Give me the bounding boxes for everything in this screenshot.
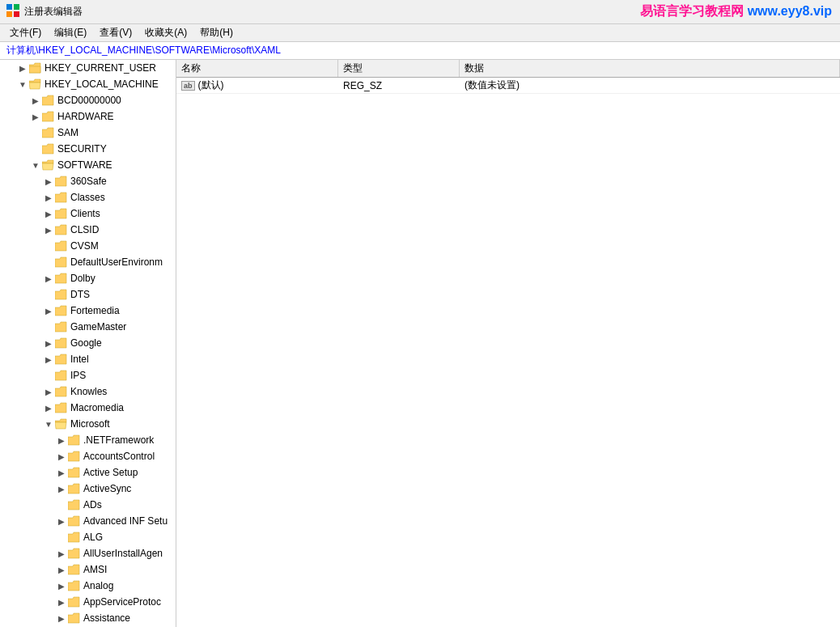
toggle-360safe[interactable]: ▶ — [42, 175, 55, 188]
registry-tree[interactable]: ▶ HKEY_CURRENT_USER ▼ HKEY_LOCAL_MACHINE — [0, 60, 176, 627]
label-alg: ALG — [83, 532, 103, 543]
folder-icon-analog — [68, 580, 81, 591]
label-advancedinf: Advanced INF Setu — [83, 515, 168, 527]
tree-item-hardware[interactable]: ▶ HARDWARE — [0, 108, 176, 125]
menu-edit[interactable]: 编辑(E) — [48, 24, 93, 41]
toggle-fortemedia[interactable]: ▶ — [42, 304, 55, 317]
tree-item-activesync[interactable]: ▶ ActiveSync — [0, 481, 176, 497]
folder-icon-bcd — [42, 95, 55, 106]
tree-item-ips[interactable]: ▶ IPS — [0, 367, 176, 383]
tree-item-bcd[interactable]: ▶ BCD00000000 — [0, 92, 176, 108]
tree-item-gamemaster[interactable]: ▶ GameMaster — [0, 319, 176, 335]
tree-item-cvsm[interactable]: ▶ CVSM — [0, 238, 176, 254]
toggle-netframework[interactable]: ▶ — [55, 434, 68, 447]
col-header-data: 数据 — [460, 60, 840, 77]
menu-favorites[interactable]: 收藏夹(A) — [138, 24, 193, 41]
toggle-software[interactable]: ▼ — [29, 159, 42, 172]
folder-icon-accountscontrol — [68, 451, 81, 462]
menu-file[interactable]: 文件(F) — [3, 24, 48, 41]
folder-icon-clsid — [55, 224, 68, 235]
toggle-appserviceprotoc[interactable]: ▶ — [55, 595, 68, 608]
tree-item-hkcu[interactable]: ▶ HKEY_CURRENT_USER — [0, 60, 176, 76]
label-intel: Intel — [70, 354, 89, 365]
menu-view[interactable]: 查看(V) — [93, 24, 138, 41]
folder-icon-advancedinf — [68, 515, 81, 527]
tree-item-activesetup[interactable]: ▶ Active Setup — [0, 464, 176, 481]
toggle-google[interactable]: ▶ — [42, 337, 55, 350]
tree-item-360safe[interactable]: ▶ 360Safe — [0, 173, 176, 189]
toggle-hkcu[interactable]: ▶ — [16, 61, 29, 74]
tree-item-advancedinf[interactable]: ▶ Advanced INF Setu — [0, 513, 176, 529]
label-dts: DTS — [70, 289, 90, 300]
menu-bar: 文件(F) 编辑(E) 查看(V) 收藏夹(A) 帮助(H) — [0, 24, 840, 42]
label-analog: Analog — [83, 580, 113, 591]
toggle-classes[interactable]: ▶ — [42, 191, 55, 204]
cell-type: REG_SZ — [338, 80, 460, 91]
folder-icon-netframework — [68, 434, 81, 446]
tree-item-netframework[interactable]: ▶ .NETFramework — [0, 432, 176, 448]
toggle-assistance[interactable]: ▶ — [55, 612, 68, 625]
tree-item-intel[interactable]: ▶ Intel — [0, 351, 176, 367]
toggle-clients[interactable]: ▶ — [42, 207, 55, 220]
label-macromedia: Macromedia — [70, 402, 124, 413]
tree-item-analog[interactable]: ▶ Analog — [0, 578, 176, 594]
toggle-dolby[interactable]: ▶ — [42, 272, 55, 285]
tree-item-microsoft[interactable]: ▼ Microsoft — [0, 416, 176, 432]
tree-item-dts[interactable]: ▶ DTS — [0, 286, 176, 303]
tree-item-clsid[interactable]: ▶ CLSID — [0, 222, 176, 238]
tree-item-appserviceprotoc[interactable]: ▶ AppServiceProtoc — [0, 594, 176, 610]
toggle-activesync[interactable]: ▶ — [55, 482, 68, 495]
toggle-clsid[interactable]: ▶ — [42, 223, 55, 236]
label-netframework: .NETFramework — [83, 434, 154, 446]
folder-icon-microsoft — [55, 418, 68, 430]
tree-item-fortemedia[interactable]: ▶ Fortemedia — [0, 303, 176, 319]
label-knowles: Knowles — [70, 386, 107, 397]
toggle-knowles[interactable]: ▶ — [42, 385, 55, 398]
toggle-amsi[interactable]: ▶ — [55, 563, 68, 576]
folder-icon-ads — [68, 499, 81, 510]
toggle-analog[interactable]: ▶ — [55, 579, 68, 592]
tree-item-ads[interactable]: ▶ ADs — [0, 497, 176, 513]
tree-item-clients[interactable]: ▶ Clients — [0, 205, 176, 222]
label-hardware: HARDWARE — [57, 111, 114, 122]
title-bar: 注册表编辑器 易语言学习教程网 www.eyy8.vip — [0, 0, 840, 24]
toggle-bcd[interactable]: ▶ — [29, 94, 42, 107]
label-bcd: BCD00000000 — [57, 95, 121, 106]
cell-name: ab (默认) — [176, 78, 338, 92]
folder-icon-alluserinstallagent — [68, 548, 81, 559]
tree-item-security[interactable]: ▶ SECURITY — [0, 141, 176, 157]
tree-item-sam[interactable]: ▶ SAM — [0, 125, 176, 141]
folder-icon-ips — [55, 370, 68, 381]
tree-item-defaultuserenv[interactable]: ▶ DefaultUserEnvironm — [0, 254, 176, 270]
toggle-alluserinstallagent[interactable]: ▶ — [55, 547, 68, 560]
tree-item-google[interactable]: ▶ Google — [0, 335, 176, 351]
folder-icon-software — [42, 159, 55, 171]
toggle-advancedinf[interactable]: ▶ — [55, 515, 68, 527]
app-title: 注册表编辑器 — [24, 5, 83, 19]
menu-help[interactable]: 帮助(H) — [193, 24, 240, 41]
label-assistance: Assistance — [83, 612, 130, 624]
svg-rect-2 — [6, 11, 12, 17]
tree-item-accountscontrol[interactable]: ▶ AccountsControl — [0, 448, 176, 464]
tree-item-alluserinstallagent[interactable]: ▶ AllUserInstallAgen — [0, 545, 176, 561]
toggle-hklm[interactable]: ▼ — [16, 78, 29, 91]
tree-item-knowles[interactable]: ▶ Knowles — [0, 383, 176, 400]
value-name: (默认) — [198, 78, 224, 92]
toggle-accountscontrol[interactable]: ▶ — [55, 450, 68, 463]
tree-item-dolby[interactable]: ▶ Dolby — [0, 270, 176, 286]
toggle-intel[interactable]: ▶ — [42, 353, 55, 366]
toggle-macromedia[interactable]: ▶ — [42, 401, 55, 414]
tree-item-assistance[interactable]: ▶ Assistance — [0, 610, 176, 626]
toggle-activesetup[interactable]: ▶ — [55, 466, 68, 479]
folder-icon-fortemedia — [55, 305, 68, 316]
tree-item-macromedia[interactable]: ▶ Macromedia — [0, 400, 176, 416]
tree-item-classes[interactable]: ▶ Classes — [0, 189, 176, 205]
tree-item-alg[interactable]: ▶ ALG — [0, 529, 176, 545]
folder-icon-alg — [68, 532, 81, 543]
toggle-microsoft[interactable]: ▼ — [42, 417, 55, 430]
table-row[interactable]: ab (默认) REG_SZ (数值未设置) — [176, 78, 840, 94]
toggle-hardware[interactable]: ▶ — [29, 110, 42, 123]
tree-item-hklm[interactable]: ▼ HKEY_LOCAL_MACHINE — [0, 76, 176, 92]
tree-item-amsi[interactable]: ▶ AMSI — [0, 561, 176, 578]
tree-item-software[interactable]: ▼ SOFTWARE — [0, 157, 176, 173]
